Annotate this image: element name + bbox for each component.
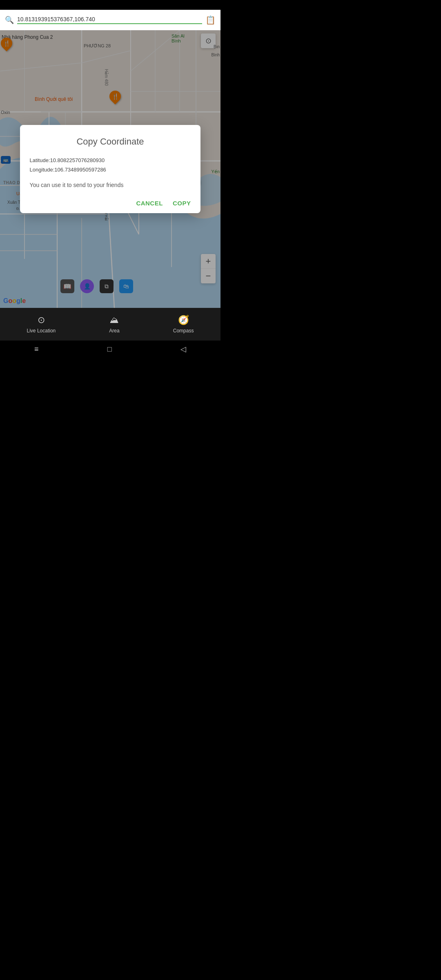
status-bar <box>0 0 220 10</box>
nav-label-live-location: Live Location <box>27 328 56 334</box>
cancel-button[interactable]: CANCEL <box>136 200 163 207</box>
bottom-nav: ⊙ Live Location ⛰ Area 🧭 Compass <box>0 308 220 341</box>
nav-item-live-location[interactable]: ⊙ Live Location <box>27 315 56 334</box>
clipboard-icon[interactable]: 📋 <box>205 15 216 25</box>
nav-item-compass[interactable]: 🧭 Compass <box>173 315 194 334</box>
dialog-message: You can use it to send to your friends <box>30 182 191 188</box>
dialog-buttons: CANCEL COPY <box>30 200 191 207</box>
area-icon: ⛰ <box>110 315 119 325</box>
latitude-value: 10.8082257076280930 <box>50 157 105 163</box>
nav-label-area: Area <box>109 328 119 334</box>
nav-label-compass: Compass <box>173 328 194 334</box>
dialog-coords: Latitude:10.8082257076280930 Longitude:1… <box>30 156 191 174</box>
nav-item-area[interactable]: ⛰ Area <box>109 315 119 334</box>
dialog-overlay: Copy Coordinate Latitude:10.808225707628… <box>0 30 220 308</box>
android-menu-button[interactable]: ≡ <box>34 345 39 354</box>
dialog-title: Copy Coordinate <box>30 136 191 147</box>
live-location-icon: ⊙ <box>38 315 45 325</box>
latitude-label: Latitude: <box>30 157 50 163</box>
android-home-button[interactable]: □ <box>107 345 112 354</box>
search-icon: 🔍 <box>5 16 14 24</box>
compass-icon: 🧭 <box>178 315 189 325</box>
longitude-label: Longitude: <box>30 167 55 173</box>
search-bar: 🔍 📋 <box>0 10 220 30</box>
longitude-value: 106.73489950597286 <box>54 167 106 173</box>
copy-button[interactable]: COPY <box>173 200 191 207</box>
map-area: Nhà hàng Phong Cua 2 PHƯỜNG 28 Hẻm 480 B… <box>0 30 220 308</box>
search-input[interactable] <box>17 16 202 24</box>
android-back-button[interactable]: ◁ <box>180 345 186 354</box>
copy-coordinate-dialog: Copy Coordinate Latitude:10.808225707628… <box>20 125 201 213</box>
android-nav-bar: ≡ □ ◁ <box>0 341 220 358</box>
